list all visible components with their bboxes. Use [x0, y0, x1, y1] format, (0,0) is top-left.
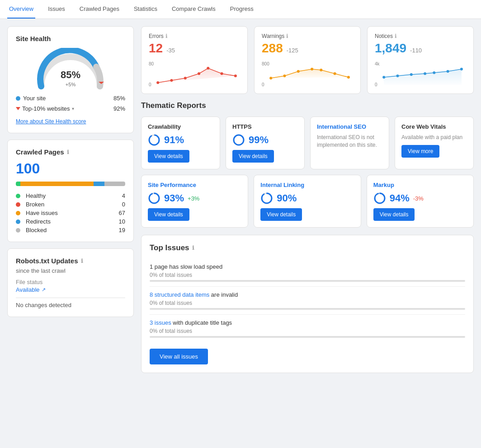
errors-info-icon[interactable]: ℹ — [165, 33, 168, 39]
gauge-text: 85% +5% — [61, 69, 80, 88]
robots-since: since the last crawl — [16, 267, 125, 274]
robots-file-status-value: Available ↗ — [16, 286, 125, 293]
gauge-wrap: 85% +5% — [34, 48, 107, 89]
int-link-score: 90% — [260, 192, 354, 205]
nav-statistics[interactable]: Statistics — [132, 0, 159, 19]
warnings-info-icon[interactable]: ℹ — [286, 33, 288, 39]
top-navigation: Overview Issues Crawled Pages Statistics… — [0, 0, 481, 19]
svg-point-8 — [207, 67, 209, 70]
external-link-icon[interactable]: ↗ — [42, 287, 46, 293]
pb-blocked — [104, 182, 125, 186]
warnings-delta: -125 — [287, 47, 298, 54]
robots-card: Robots.txt Updates ℹ since the last craw… — [7, 248, 134, 317]
issue-text-3: 3 issues with duplicate title tags — [150, 319, 465, 326]
site-legend: Your site 85% Top-10% websites ▾ 92% — [16, 93, 125, 114]
site-perf-score: 93% +3% — [148, 192, 241, 205]
broken-label: Broken — [26, 201, 44, 208]
gauge-delta: +5% — [66, 82, 75, 87]
errors-number: 12 -35 — [149, 41, 240, 56]
crawlability-view-btn[interactable]: View details — [148, 150, 189, 163]
svg-point-38 — [262, 193, 272, 203]
thematic-international-seo: International SEO International SEO is n… — [310, 117, 389, 169]
your-site-value: 85% — [113, 95, 125, 102]
legend-redirects: Redirects 10 — [16, 218, 125, 225]
issue-bar-2 — [150, 308, 465, 310]
thematic-grid-row2: Site Performance 93% +3% View details In… — [141, 175, 474, 228]
site-health-card: Site Health 85% +5% — [7, 26, 134, 133]
svg-point-36 — [149, 193, 159, 203]
issue-text-2: 8 structured data items are invalid — [150, 291, 465, 298]
issue-item-1: 1 page has slow load speed 0% of total i… — [150, 259, 465, 287]
https-view-btn[interactable]: View details — [232, 150, 274, 163]
cwv-view-btn[interactable]: View more — [401, 145, 439, 158]
site-health-title: Site Health — [16, 35, 125, 42]
notices-info-icon[interactable]: ℹ — [395, 33, 397, 39]
dropdown-icon[interactable]: ▾ — [72, 106, 74, 111]
svg-point-6 — [184, 77, 187, 79]
thematic-internal-linking: Internal Linking 90% View details — [254, 175, 361, 228]
svg-point-17 — [311, 68, 313, 70]
top-issues-title: Top Issues ℹ — [150, 243, 465, 252]
legend-have-issues: Have issues 67 — [16, 210, 125, 216]
pb-issues — [20, 182, 94, 186]
svg-point-9 — [221, 72, 223, 75]
svg-point-24 — [382, 76, 385, 79]
cwv-desc: Available with a paid plan — [401, 134, 467, 141]
issue-text-1: 1 page has slow load speed — [150, 263, 465, 270]
thematic-https: HTTPS 99% View details — [226, 117, 305, 169]
svg-point-28 — [433, 71, 435, 74]
redirects-dot — [16, 219, 20, 224]
notices-chart: 4k 0 — [375, 60, 466, 87]
notices-label: Notices ℹ — [375, 33, 466, 39]
svg-point-19 — [334, 72, 336, 75]
top-issues-info-icon[interactable]: ℹ — [192, 245, 194, 251]
crawled-info-icon[interactable]: ℹ — [67, 149, 69, 155]
svg-text:800: 800 — [262, 61, 269, 66]
svg-point-29 — [447, 70, 449, 73]
warnings-number: 288 -125 — [262, 41, 353, 56]
warnings-chart: 800 0 — [262, 60, 353, 87]
nav-overview[interactable]: Overview — [7, 0, 35, 19]
broken-value: 0 — [122, 201, 125, 208]
site-perf-delta: +3% — [188, 195, 199, 202]
errors-delta: -35 — [166, 47, 175, 54]
view-all-issues-btn[interactable]: View all issues — [150, 349, 208, 364]
your-site-label: Your site — [23, 95, 46, 102]
redirects-label: Redirects — [26, 218, 51, 225]
warnings-card: Warnings ℹ 288 -125 800 0 — [254, 26, 361, 94]
thematic-grid-row1: Crawlability 91% View details HTTPS — [141, 117, 474, 169]
your-site-dot — [16, 96, 20, 101]
broken-dot — [16, 202, 20, 207]
robots-info-icon[interactable]: ℹ — [81, 258, 83, 264]
crawlability-name: Crawlability — [148, 123, 213, 130]
site-perf-view-btn[interactable]: View details — [148, 208, 189, 221]
crawled-pages-title: Crawled Pages ℹ — [16, 148, 125, 156]
markup-view-btn[interactable]: View details — [373, 208, 415, 221]
blocked-value: 19 — [119, 227, 125, 233]
svg-point-25 — [396, 75, 399, 77]
svg-text:80: 80 — [149, 61, 154, 66]
issue-2-link[interactable]: 8 structured data items — [150, 291, 209, 298]
nav-crawled-pages[interactable]: Crawled Pages — [78, 0, 121, 19]
top10-triangle-icon — [16, 107, 20, 110]
svg-point-40 — [375, 193, 385, 203]
issue-2-text: are invalid — [211, 291, 238, 298]
thematic-core-web-vitals: Core Web Vitals Available with a paid pl… — [395, 117, 474, 169]
main-content: Site Health 85% +5% — [0, 19, 481, 380]
svg-point-34 — [234, 135, 244, 145]
issue-3-link[interactable]: 3 issues — [150, 319, 171, 326]
issue-3-text: with duplicate title tags — [173, 319, 232, 326]
nav-progress[interactable]: Progress — [228, 0, 255, 19]
svg-point-27 — [424, 72, 426, 75]
legend-healthy: Healthy 4 — [16, 192, 125, 199]
more-site-health-link[interactable]: More about Site Health score — [16, 118, 125, 125]
nav-issues[interactable]: Issues — [46, 0, 67, 19]
cwv-name: Core Web Vitals — [401, 123, 467, 130]
blocked-label: Blocked — [26, 227, 47, 233]
nav-compare-crawls[interactable]: Compare Crawls — [170, 0, 217, 19]
int-link-view-btn[interactable]: View details — [260, 208, 302, 221]
robots-no-changes: No changes detected — [16, 302, 125, 308]
pb-healthy — [16, 182, 20, 186]
notices-number: 1,849 -110 — [375, 41, 466, 56]
svg-point-5 — [170, 79, 173, 82]
